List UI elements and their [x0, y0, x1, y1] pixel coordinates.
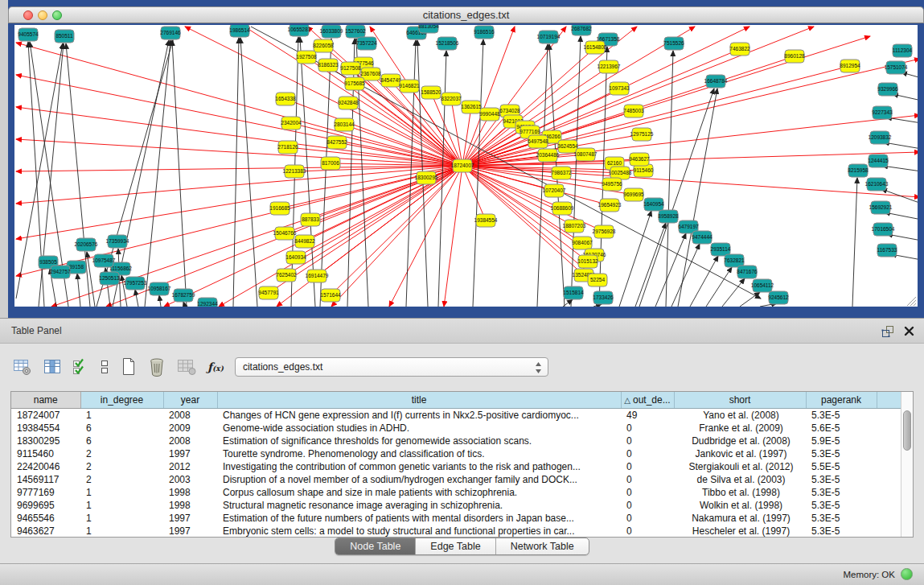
graph-node[interactable]: 16210643: [865, 178, 889, 191]
graph-node[interactable]: 10975487: [92, 254, 116, 267]
cell-in_degree[interactable]: 2: [80, 473, 163, 486]
graph-node[interactable]: 16914479: [306, 270, 329, 282]
graph-node[interactable]: 2718126: [277, 141, 298, 154]
graph-node[interactable]: 9084067: [572, 237, 593, 249]
table-scrollbar-thumb[interactable]: [903, 410, 911, 451]
cell-out_degree[interactable]: 49: [621, 408, 674, 422]
cell-title[interactable]: Estimation of significance thresholds fo…: [217, 435, 621, 447]
cell-in_degree[interactable]: 1: [80, 408, 163, 422]
cell-title[interactable]: Corpus callosum shape and size in male p…: [217, 486, 621, 499]
select-columns-icon[interactable]: [43, 358, 61, 376]
table-header-row[interactable]: namein_degreeyeartitle△out_de...shortpag…: [11, 392, 902, 408]
graph-node[interactable]: 10719194: [537, 31, 561, 43]
cell-in_degree[interactable]: 6: [80, 422, 163, 435]
cell-short[interactable]: Nakamura et al. (1997): [674, 512, 806, 525]
graph-node[interactable]: 8813054: [418, 25, 439, 33]
cell-name[interactable]: 14569117: [11, 473, 80, 486]
graph-node[interactable]: 1571644: [320, 289, 341, 302]
table-scrollbar[interactable]: [901, 392, 913, 537]
tab-network-table[interactable]: Network Table: [496, 538, 589, 554]
graph-node[interactable]: 1097343: [609, 82, 630, 95]
table-row[interactable]: 1830029562008Estimation of significance …: [11, 435, 902, 447]
cell-short[interactable]: Jankovic et al. (1997): [674, 447, 806, 460]
graph-node[interactable]: 1250513: [99, 272, 120, 285]
graph-node[interactable]: 12213383: [283, 165, 306, 178]
cell-year[interactable]: 1997: [163, 447, 217, 460]
row-height-icon[interactable]: [100, 358, 109, 376]
cell-year[interactable]: 2003: [163, 473, 217, 486]
graph-node[interactable]: 9242848: [338, 97, 359, 109]
cell-pagerank[interactable]: 5.3E-5: [806, 447, 877, 460]
column-header-year[interactable]: year: [163, 392, 217, 408]
graph-node[interactable]: 1640934: [285, 251, 306, 264]
cell-name[interactable]: 18300295: [11, 435, 80, 447]
cell-short[interactable]: Yano et al. (2008): [674, 408, 806, 422]
graph-node[interactable]: 10688609: [551, 202, 574, 215]
graph-node[interactable]: 1112304: [893, 44, 913, 57]
table-row[interactable]: 1938455462009Genome-wide association stu…: [11, 422, 902, 435]
cell-pagerank[interactable]: 5.3E-5: [806, 499, 877, 512]
cell-year[interactable]: 1998: [163, 486, 217, 499]
graph-node[interactable]: 8912954: [840, 60, 860, 72]
graph-node[interactable]: 20364486: [536, 149, 560, 162]
graph-node[interactable]: 19654923: [598, 199, 622, 212]
cell-year[interactable]: 2008: [163, 435, 217, 447]
graph-node[interactable]: 9245612: [768, 291, 789, 304]
graph-node[interactable]: 8322037: [441, 93, 462, 105]
cell-in_degree[interactable]: 1: [80, 525, 163, 538]
graph-node[interactable]: 7986372: [551, 167, 572, 179]
graph-node[interactable]: 8427552: [326, 136, 347, 149]
table-row[interactable]: 1456911722003Disruption of a novel membe…: [11, 473, 902, 486]
close-window-button[interactable]: [23, 10, 33, 20]
column-header-title[interactable]: title: [217, 392, 621, 408]
cell-title[interactable]: Changes of HCN gene expression and I(f) …: [217, 408, 621, 422]
cell-pagerank[interactable]: 5.3E-5: [806, 525, 877, 538]
cell-name[interactable]: 22420046: [11, 460, 80, 473]
cell-out_degree[interactable]: 0: [621, 460, 674, 473]
graph-node[interactable]: 10720407: [543, 184, 566, 197]
cell-in_degree[interactable]: 1: [80, 512, 163, 525]
graph-node[interactable]: 7485003: [623, 105, 644, 117]
graph-node[interactable]: 29756928: [593, 225, 616, 238]
cell-short[interactable]: de Silva et al. (2003): [674, 473, 806, 486]
graph-node[interactable]: 16033809: [320, 25, 343, 38]
column-header-pagerank[interactable]: pagerank: [806, 392, 877, 408]
cell-short[interactable]: Stergiakouli et al. (2012): [674, 460, 806, 473]
cell-pagerank[interactable]: 5.3E-5: [806, 512, 877, 525]
table-row[interactable]: 1872400712008Changes of HCN gene express…: [11, 408, 902, 422]
column-header-name[interactable]: name: [11, 392, 80, 408]
cell-year[interactable]: 1997: [163, 525, 217, 538]
graph-node[interactable]: 15046766: [273, 227, 297, 240]
graph-node[interactable]: 8471676: [737, 266, 758, 278]
graph-node[interactable]: 1015132: [577, 255, 598, 268]
graph-node[interactable]: 2687682: [571, 25, 592, 35]
cell-out_degree[interactable]: 0: [621, 435, 674, 447]
graph-node[interactable]: 1916685: [269, 202, 290, 215]
cell-pagerank[interactable]: 5.5E-5: [806, 460, 877, 473]
graph-node[interactable]: 7357224: [356, 37, 377, 50]
graph-node[interactable]: 10655287: [288, 25, 311, 36]
cell-title[interactable]: Disruption of a novel member of a sodium…: [217, 473, 621, 486]
graph-node[interactable]: 1527602: [345, 25, 366, 38]
cell-year[interactable]: 2009: [163, 422, 217, 435]
cell-pagerank[interactable]: 5.3E-5: [806, 408, 877, 422]
resize-grip-icon[interactable]: [907, 297, 916, 306]
graph-node[interactable]: 9699695: [623, 188, 644, 201]
cell-short[interactable]: Franke et al. (2009): [674, 422, 806, 435]
column-header-in_degree[interactable]: in_degree: [80, 392, 163, 408]
graph-node[interactable]: 16782759: [172, 289, 195, 302]
network-table-select[interactable]: citations_edges.txt: [235, 357, 548, 377]
cell-title[interactable]: Estimation of the future numbers of pati…: [217, 512, 621, 525]
graph-node[interactable]: 17957253: [124, 277, 147, 290]
cell-out_degree[interactable]: 0: [621, 422, 674, 435]
function-builder-icon[interactable]: ƒ(x): [207, 360, 224, 373]
graph-node[interactable]: 1986514: [229, 25, 250, 37]
cell-out_degree[interactable]: 0: [621, 473, 674, 486]
cell-out_degree[interactable]: 0: [621, 525, 674, 538]
graph-node[interactable]: 817006: [321, 157, 340, 170]
graph-node[interactable]: 1244415: [868, 154, 889, 167]
cell-in_degree[interactable]: 2: [80, 460, 163, 473]
graph-node[interactable]: 7625402: [276, 269, 297, 282]
table-settings-icon[interactable]: [13, 358, 32, 376]
graph-node[interactable]: 12093832: [869, 131, 892, 144]
